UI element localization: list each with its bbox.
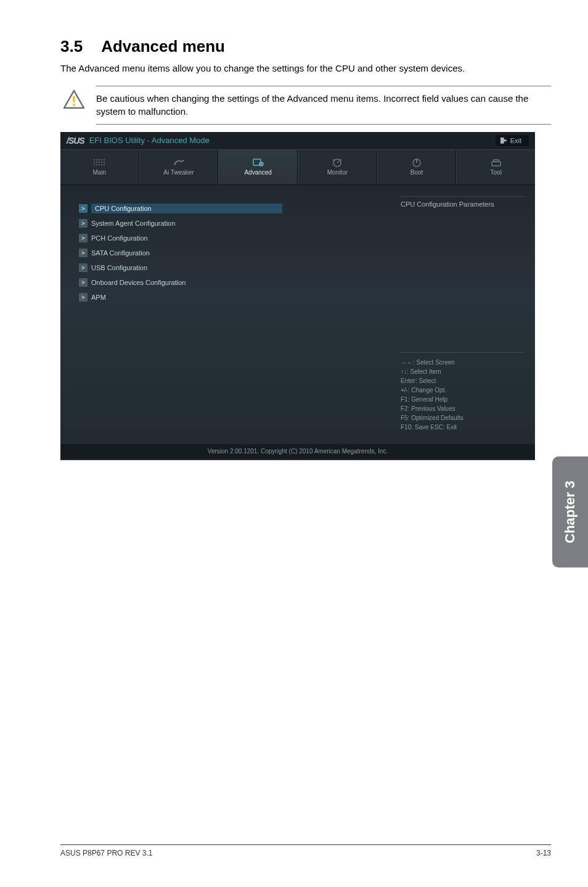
footer-product: ASUS P8P67 PRO REV 3.1 — [60, 849, 152, 857]
warning-callout: Be cautious when changing the settings o… — [60, 86, 551, 125]
menu-item-pch-config[interactable]: > PCH Configuration — [79, 231, 382, 245]
tweaker-icon — [173, 158, 185, 167]
asus-logo: /SUS — [67, 136, 84, 146]
chevron-right-icon: > — [79, 219, 88, 228]
monitor-icon — [331, 158, 343, 167]
bios-title: EFI BIOS Utility - Advanced Mode — [89, 136, 210, 145]
menu-label: PCH Configuration — [91, 234, 148, 242]
menu-label: Onboard Devices Configuration — [91, 279, 186, 286]
menu-item-usb-config[interactable]: > USB Configuration — [79, 260, 382, 275]
bios-tabbar: Main Ai Tweaker Advanced Monitor — [60, 149, 535, 185]
svg-rect-14 — [492, 162, 500, 166]
menu-label: SATA Configuration — [91, 249, 150, 257]
chevron-right-icon: > — [79, 249, 88, 257]
tab-label: Boot — [410, 169, 423, 176]
menu-label: CPU Configuration — [91, 204, 282, 213]
main-icon — [93, 158, 105, 167]
menu-label: System Agent Configuration — [91, 220, 175, 227]
svg-point-5 — [174, 163, 176, 165]
bios-menu-list: > CPU Configuration > System Agent Confi… — [60, 196, 393, 443]
intro-paragraph: The Advanced menu items allow you to cha… — [60, 62, 551, 75]
svg-rect-0 — [73, 96, 75, 102]
menu-item-system-agent[interactable]: > System Agent Configuration — [79, 216, 382, 231]
section-title: Advanced menu — [101, 37, 225, 56]
bios-screenshot: /SUS EFI BIOS Utility - Advanced Mode Ex… — [60, 132, 535, 460]
warning-text: Be cautious when changing the settings o… — [96, 93, 551, 118]
exit-icon — [500, 138, 507, 144]
help-panel-title: CPU Configuration Parameters — [401, 196, 524, 208]
menu-item-sata-config[interactable]: > SATA Configuration — [79, 245, 382, 260]
svg-rect-15 — [494, 160, 499, 162]
advanced-icon — [252, 158, 264, 167]
section-number: 3.5 — [60, 37, 83, 56]
page-footer: ASUS P8P67 PRO REV 3.1 3-13 — [60, 844, 551, 857]
tab-main[interactable]: Main — [60, 150, 139, 184]
exit-button[interactable]: Exit — [496, 135, 529, 146]
key-hints: →←: Select Screen ↑↓: Select Item Enter:… — [401, 352, 524, 432]
menu-item-cpu-config[interactable]: > CPU Configuration — [79, 201, 282, 216]
tab-tool[interactable]: Tool — [456, 150, 535, 184]
svg-line-10 — [333, 159, 334, 160]
chevron-right-icon: > — [79, 204, 88, 213]
svg-line-9 — [337, 161, 339, 163]
footer-page-number: 3-13 — [536, 849, 551, 857]
chevron-right-icon: > — [79, 278, 88, 287]
warning-icon — [63, 89, 85, 113]
boot-icon — [410, 158, 423, 167]
tab-label: Main — [92, 169, 106, 176]
chevron-right-icon: > — [79, 234, 88, 242]
chevron-right-icon: > — [79, 263, 88, 272]
chevron-right-icon: > — [79, 293, 88, 302]
menu-item-apm[interactable]: > APM — [79, 290, 382, 305]
tab-label: Monitor — [327, 169, 348, 176]
chapter-side-label: Chapter 3 — [562, 481, 578, 543]
section-heading: 3.5Advanced menu — [60, 37, 551, 56]
svg-line-11 — [340, 159, 341, 160]
tab-label: Advanced — [244, 169, 271, 176]
menu-label: USB Configuration — [91, 264, 147, 271]
tab-ai-tweaker[interactable]: Ai Tweaker — [139, 150, 219, 184]
chapter-side-tab: Chapter 3 — [552, 456, 588, 567]
tab-label: Ai Tweaker — [163, 169, 194, 176]
tab-monitor[interactable]: Monitor — [298, 150, 377, 184]
exit-label: Exit — [510, 137, 521, 144]
tab-boot[interactable]: Boot — [377, 150, 457, 184]
tab-label: Tool — [491, 169, 502, 176]
bios-version-footer: Version 2.00.1201. Copyright (C) 2010 Am… — [60, 444, 535, 459]
tool-icon — [490, 158, 502, 167]
menu-item-onboard-devices[interactable]: > Onboard Devices Configuration — [79, 275, 382, 290]
menu-label: APM — [91, 294, 106, 301]
svg-point-1 — [73, 104, 75, 106]
tab-advanced[interactable]: Advanced — [218, 150, 298, 184]
